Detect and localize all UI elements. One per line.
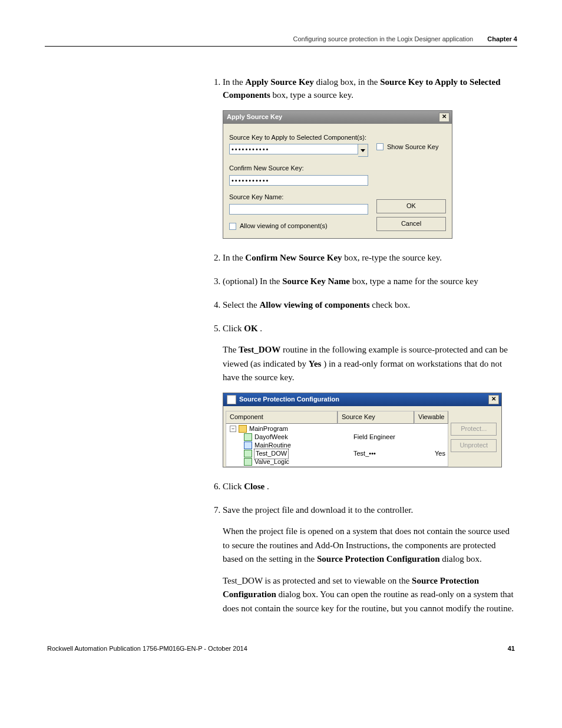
routine-icon — [244, 433, 252, 441]
step-2-b1: Confirm New Source Key — [245, 253, 342, 262]
source-protection-config-dialog: Source Protection Configuration ✕ Compon… — [223, 393, 502, 467]
spc-titlebar: Source Protection Configuration ✕ — [223, 393, 501, 406]
row4-name: Valve_Logic — [254, 457, 289, 467]
routine-icon — [244, 450, 252, 457]
routine-icon — [244, 442, 252, 449]
step-5-post: . — [260, 324, 262, 333]
step-6: Click Close . — [223, 480, 517, 493]
step-1: In the Apply Source Key dialog box, in t… — [223, 76, 517, 239]
spc-column-headers: Component Source Key Viewable — [226, 411, 448, 424]
spc-close-button[interactable]: ✕ — [488, 395, 499, 404]
step-1-mid: dialog box, in the — [316, 77, 380, 87]
step-1-b1: Apply Source Key — [245, 77, 313, 87]
running-head-chapter: Chapter 4 — [487, 35, 517, 42]
close-button[interactable]: ✕ — [439, 113, 449, 122]
col-component[interactable]: Component — [226, 411, 338, 424]
row1-key: Field Engineer — [353, 433, 430, 442]
spc-title-text: Source Protection Configuration — [239, 395, 339, 404]
col-source-key[interactable]: Source Key — [338, 411, 414, 424]
allow-viewing-label: Allow viewing of component(s) — [240, 222, 328, 231]
tree-row-mainprogram[interactable]: − MainProgram — [227, 425, 447, 433]
step-7-followup-2: Test_DOW is as protected and set to view… — [223, 574, 517, 615]
step-5-followup: The Test_DOW routine in the following ex… — [223, 343, 517, 384]
col-viewable[interactable]: Viewable — [414, 411, 448, 424]
routine-icon — [244, 458, 252, 466]
label-key-name: Source Key Name: — [229, 193, 368, 202]
show-source-key-checkbox[interactable] — [376, 143, 384, 150]
show-source-key-label: Show Source Key — [387, 143, 438, 152]
folder-icon — [239, 425, 247, 433]
step-5-b1: OK — [244, 324, 257, 333]
step-2-post: box, re-type the source key. — [344, 253, 442, 262]
step-6-post: . — [267, 482, 269, 491]
allow-viewing-checkbox[interactable] — [229, 223, 236, 230]
step-7: Save the project file and download it to… — [223, 504, 517, 615]
source-key-input[interactable]: ••••••••••• — [229, 144, 358, 154]
step-5: Click OK . The Test_DOW routine in the f… — [223, 322, 517, 467]
running-head-title: Configuring source protection in the Log… — [293, 35, 474, 42]
step-7-line: Save the project file and download it to… — [223, 505, 413, 515]
unprotect-button[interactable]: Unprotect — [451, 439, 497, 452]
step-4-b1: Allow viewing of components — [259, 300, 369, 309]
step-2: In the Confirm New Source Key box, re-ty… — [223, 252, 517, 265]
spc-app-icon — [227, 395, 236, 404]
row3-key: Test_••• — [353, 449, 430, 459]
protect-button[interactable]: Protect... — [451, 423, 497, 436]
step-3: (optional) In the Source Key Name box, t… — [223, 275, 517, 288]
ok-button[interactable]: OK — [376, 199, 446, 213]
s5f-t1: The — [223, 345, 239, 354]
row3-view: Yes — [430, 449, 447, 459]
step-2-pre: In the — [223, 253, 245, 262]
tree-row-test-dow[interactable]: Test_DOW Test_••• Yes — [227, 450, 447, 458]
step-4-pre: Select the — [223, 300, 259, 309]
s7f1-t2: dialog box. — [442, 554, 482, 564]
label-source-key: Source Key to Apply to Selected Componen… — [229, 133, 368, 143]
tree-row-valve-logic[interactable]: Valve_Logic — [227, 458, 447, 466]
s7f1-b1: Source Protection Configuration — [317, 554, 440, 564]
apply-source-key-dialog: Apply Source Key ✕ Source Key to Apply t… — [223, 110, 452, 239]
step-6-b1: Close — [244, 482, 265, 491]
step-3-post: box, type a name for the source key — [352, 276, 478, 286]
s7f2-t1: Test_DOW is as protected and set to view… — [223, 576, 412, 585]
s5f-b2: Yes — [309, 359, 322, 368]
footer-page-number: 41 — [508, 645, 515, 652]
cancel-button[interactable]: Cancel — [376, 217, 446, 231]
tree-toggle-icon[interactable]: − — [230, 426, 236, 432]
dialog-title: Apply Source Key — [227, 113, 282, 122]
s5f-b1: Test_DOW — [239, 345, 280, 354]
dialog-titlebar: Apply Source Key ✕ — [223, 111, 452, 124]
confirm-key-input[interactable]: ••••••••••• — [229, 175, 368, 186]
step-4-post: check box. — [372, 300, 410, 309]
tree-row-dayofweek[interactable]: DayofWeek Field Engineer — [227, 433, 447, 442]
step-6-pre: Click — [223, 482, 244, 491]
source-key-dropdown-button[interactable] — [358, 144, 368, 157]
step-3-pre: (optional) In the — [223, 276, 282, 286]
tree-row-mainroutine[interactable]: MainRoutine — [227, 442, 447, 450]
step-1-post: box, type a source key. — [273, 90, 353, 100]
step-7-followup-1: When the project file is opened on a sys… — [223, 525, 517, 566]
step-3-b1: Source Key Name — [282, 276, 350, 286]
label-confirm-key: Confirm New Source Key: — [229, 164, 368, 173]
step-5-pre: Click — [223, 324, 244, 333]
header-rule — [45, 46, 517, 47]
step-1-pre: In the — [223, 77, 245, 87]
key-name-input[interactable] — [229, 204, 368, 215]
step-4: Select the Allow viewing of components c… — [223, 299, 517, 312]
footer-publication: Rockwell Automation Publication 1756-PM0… — [47, 645, 247, 652]
